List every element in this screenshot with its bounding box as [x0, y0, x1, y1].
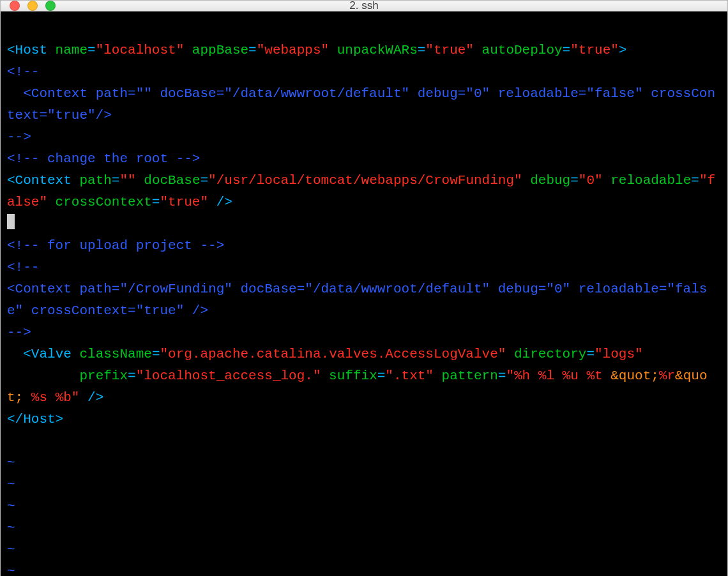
code-line-2: <!-- [7, 64, 39, 79]
code-line-3: <Context path="" docBase="/data/wwwroot/… [7, 86, 715, 123]
vim-tilde: ~ [7, 520, 15, 535]
titlebar[interactable]: 2. ssh [1, 1, 727, 11]
window-title: 2. ssh [1, 0, 727, 12]
vim-tilde: ~ [7, 477, 15, 492]
code-line-11: --> [7, 325, 31, 340]
code-line-12: <Valve className="org.apache.catalina.va… [7, 347, 643, 361]
vim-tilde: ~ [7, 455, 15, 470]
code-line-9: <!-- [7, 260, 39, 275]
vim-tilde: ~ [7, 542, 15, 557]
code-line-1: <Host name="localhost" appBase="webapps"… [7, 43, 626, 57]
terminal-window: 2. ssh <Host name="localhost" appBase="w… [0, 0, 728, 576]
vim-tilde: ~ [7, 499, 15, 513]
code-line-13: prefix="localhost_access_log." suffix=".… [7, 368, 708, 405]
code-line-8: <!-- for upload project --> [7, 238, 224, 253]
code-line-5: <!-- change the root --> [7, 151, 200, 166]
terminal-viewport[interactable]: <Host name="localhost" appBase="webapps"… [1, 11, 727, 576]
vim-tilde: ~ [7, 564, 15, 576]
code-line-4: --> [7, 130, 31, 144]
code-line-10: <Context path="/CrowFunding" docBase="/d… [7, 282, 707, 318]
code-line-14: </Host> [7, 412, 63, 427]
code-line-6: <Context path="" docBase="/usr/local/tom… [7, 173, 715, 209]
text-cursor [7, 214, 15, 229]
